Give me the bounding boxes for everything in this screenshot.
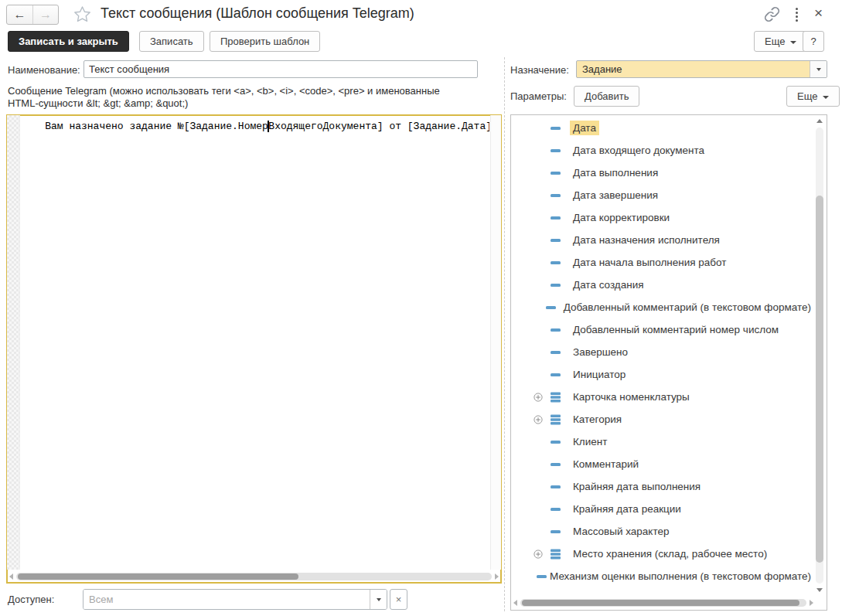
param-list-item[interactable]: Инициатор: [512, 363, 814, 386]
save-and-close-button[interactable]: Записать и закрыть: [8, 31, 129, 52]
params-hscroll-track[interactable]: [520, 599, 806, 607]
access-dropdown-button[interactable]: [370, 590, 387, 609]
pane-splitter[interactable]: [504, 57, 505, 611]
more-button-top[interactable]: Еще: [754, 31, 807, 52]
param-list-item[interactable]: Дата выполнения: [512, 162, 814, 184]
parameter-dash-icon: [551, 172, 570, 175]
parameter-dash-icon: [551, 351, 570, 354]
param-label: Инициатор: [570, 367, 629, 382]
parameter-dash-icon: [551, 194, 570, 197]
hint-line-2: HTML-сущности &lt; &gt; &amp; &quot;): [8, 97, 495, 110]
params-hscroll-thumb[interactable]: [522, 600, 799, 606]
editor-hscroll-track[interactable]: [16, 573, 492, 580]
param-list-item[interactable]: Дата корректировки: [512, 206, 814, 229]
param-label: Клиент: [570, 434, 610, 449]
back-button[interactable]: ←: [7, 5, 32, 24]
params-vscroll-track[interactable]: [816, 128, 823, 584]
parameter-dash-icon: [551, 485, 570, 488]
link-icon[interactable]: [764, 6, 780, 22]
parameter-dash-icon: [551, 328, 570, 332]
editor-hscroll-thumb[interactable]: [18, 573, 298, 580]
editor-gutter: [7, 115, 20, 570]
editor-horizontal-scrollbar[interactable]: [9, 571, 499, 582]
params-vertical-scrollbar[interactable]: [815, 117, 825, 594]
catalog-icon: [551, 414, 570, 425]
param-list-item[interactable]: Клиент: [512, 431, 814, 453]
param-list-item[interactable]: Дата создания: [512, 274, 814, 296]
help-button[interactable]: ?: [803, 31, 824, 52]
param-list-item[interactable]: Дата начала выполнения работ: [512, 251, 814, 274]
access-input[interactable]: [84, 590, 370, 609]
favorite-star-icon[interactable]: [73, 5, 91, 22]
name-label: Наименование:: [8, 64, 80, 76]
param-list-item[interactable]: Дата: [512, 117, 814, 139]
expand-plus-icon[interactable]: [533, 550, 551, 559]
access-combo[interactable]: [83, 589, 387, 610]
parameter-dash-icon: [551, 216, 570, 220]
scroll-left-icon[interactable]: [513, 600, 517, 606]
param-list-item[interactable]: Дата входящего документа: [512, 139, 814, 162]
parameters-panel: ДатаДата входящего документаДата выполне…: [510, 114, 827, 611]
scroll-up-icon[interactable]: [816, 119, 823, 123]
parameter-dash-icon: [551, 530, 570, 533]
scroll-left-icon[interactable]: [9, 573, 13, 580]
param-list-item[interactable]: Карточка номенклатуры: [512, 386, 814, 408]
menu-dots-icon[interactable]: [796, 8, 799, 22]
purpose-combo[interactable]: Задание: [576, 60, 827, 78]
param-label: Дата завершения: [570, 188, 661, 202]
param-list-item[interactable]: Добавленный комментарий номер числом: [512, 318, 814, 341]
param-label: Механизм оценки выполнения (в текстовом …: [547, 569, 814, 584]
param-list-item[interactable]: Категория: [512, 408, 814, 431]
scroll-right-icon[interactable]: [810, 600, 813, 606]
access-clear-button[interactable]: ×: [390, 589, 407, 610]
params-horizontal-scrollbar[interactable]: [513, 597, 813, 608]
param-label: Добавленный комментарий (в текстовом фор…: [561, 300, 814, 315]
editor-vertical-scrollbar[interactable]: [490, 115, 501, 570]
param-list-item[interactable]: Комментарий: [512, 453, 814, 475]
param-list-item[interactable]: Дата назначения исполнителя: [512, 229, 814, 251]
param-label: Дата назначения исполнителя: [570, 233, 723, 247]
editor-content[interactable]: Вам назначено задание №[Задание.НомерВхо…: [21, 115, 489, 570]
param-list-item[interactable]: Добавленный комментарий (в текстовом фор…: [512, 296, 814, 318]
param-list-item[interactable]: Номер: [512, 587, 814, 594]
param-label: Завершено: [570, 345, 631, 359]
check-template-button[interactable]: Проверить шаблон: [210, 31, 320, 52]
param-list-item[interactable]: Крайняя дата выполнения: [512, 475, 814, 498]
param-list-item[interactable]: Крайняя дата реакции: [512, 498, 814, 520]
scroll-down-icon[interactable]: [816, 588, 823, 592]
param-list-item[interactable]: Место хранения (склад, рабочее место): [512, 543, 814, 565]
catalog-icon: [551, 392, 570, 403]
expand-plus-icon[interactable]: [533, 415, 551, 424]
expand-plus-icon[interactable]: [533, 393, 551, 402]
parameter-dash-icon: [551, 441, 570, 444]
param-label: Номер: [570, 591, 608, 594]
close-icon[interactable]: ×: [814, 3, 823, 23]
save-button[interactable]: Записать: [139, 31, 204, 52]
param-label: Дата корректировки: [570, 210, 673, 225]
message-text-editor[interactable]: Вам назначено задание №[Задание.НомерВхо…: [6, 114, 502, 584]
add-parameter-button[interactable]: Добавить: [574, 86, 639, 107]
param-label: Дата начала выполнения работ: [570, 255, 729, 270]
more-button-params[interactable]: Еще: [786, 86, 840, 107]
access-label: Доступен:: [8, 594, 54, 605]
scroll-right-icon[interactable]: [495, 573, 499, 580]
chevron-down-icon: [377, 598, 381, 601]
param-list-item[interactable]: Дата завершения: [512, 184, 814, 206]
param-label: Массовый характер: [570, 524, 672, 539]
param-list-item[interactable]: Массовый характер: [512, 520, 814, 543]
param-label: Категория: [570, 412, 625, 427]
param-label: Комментарий: [570, 457, 642, 471]
param-label: Место хранения (склад, рабочее место): [570, 546, 770, 561]
forward-button[interactable]: →: [32, 5, 58, 24]
editor-text-before-caret: Вам назначено задание №[Задание.Номер: [21, 121, 268, 132]
page-title: Текст сообщения (Шаблон сообщения Telegr…: [101, 5, 414, 22]
param-label: Дата входящего документа: [570, 143, 707, 158]
name-input[interactable]: [84, 60, 478, 78]
param-list-item[interactable]: Завершено: [512, 341, 814, 363]
parameter-dash-icon: [551, 149, 570, 152]
params-vscroll-thumb[interactable]: [816, 196, 823, 563]
purpose-dropdown-button[interactable]: [810, 61, 827, 77]
param-list-item[interactable]: Механизм оценки выполнения (в текстовом …: [512, 565, 814, 587]
more-params-label: Еще: [797, 90, 817, 102]
telegram-hint-text: Сообщение Telegram (можно использовать т…: [8, 85, 495, 110]
